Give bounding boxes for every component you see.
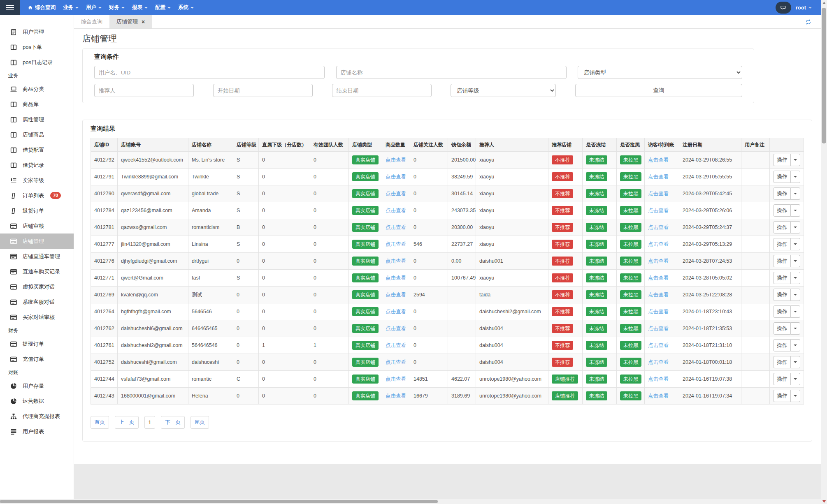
sidebar-item-agent-recharge-report[interactable]: 代理商充提报表	[0, 409, 74, 424]
page-button-last[interactable]: 尾页	[190, 416, 209, 429]
action-dropdown-toggle[interactable]	[791, 339, 800, 351]
action-dropdown-toggle[interactable]	[791, 390, 800, 402]
nav-item-finance[interactable]: 财务	[105, 0, 128, 15]
horizontal-scrollbar-thumb[interactable]	[0, 500, 438, 503]
visitor-link[interactable]: 点击查看	[648, 258, 669, 264]
visitor-link[interactable]: 点击查看	[648, 326, 669, 331]
action-dropdown-toggle[interactable]	[791, 187, 800, 200]
goods-count-link[interactable]: 点击查看	[386, 326, 406, 331]
horizontal-scrollbar[interactable]	[0, 499, 821, 504]
action-dropdown-toggle[interactable]	[791, 305, 800, 318]
sidebar-item-shop-goods[interactable]: 店铺商品	[0, 127, 74, 142]
sidebar-item-shop-train-management[interactable]: 店铺直通车管理	[0, 249, 74, 264]
sidebar-item-user-stock[interactable]: 用户存量	[0, 378, 74, 393]
visitor-link[interactable]: 点击查看	[648, 191, 669, 197]
visitor-link[interactable]: 点击查看	[648, 393, 669, 399]
goods-count-link[interactable]: 点击查看	[386, 275, 406, 281]
page-button-prev[interactable]: 上一页	[115, 416, 139, 429]
sidebar-item-pos-log[interactable]: pos日志记录	[0, 55, 74, 70]
goods-count-link[interactable]: 点击查看	[386, 208, 406, 213]
nav-item-system[interactable]: 系统	[174, 0, 197, 15]
vertical-scrollbar-thumb[interactable]	[822, 8, 826, 143]
goods-count-link[interactable]: 点击查看	[386, 359, 406, 365]
visitor-link[interactable]: 点击查看	[648, 309, 669, 314]
shop-type-select[interactable]: 店铺类型	[578, 66, 742, 79]
action-button[interactable]: 操作	[773, 373, 791, 385]
tab-shop-management[interactable]: 店铺管理×	[109, 15, 152, 28]
search-button[interactable]: 查询	[575, 84, 742, 97]
sidebar-item-shop-management[interactable]: 店铺管理	[0, 234, 74, 249]
refresh-button[interactable]	[805, 18, 812, 25]
sidebar-item-seller-level[interactable]: 卖家等级	[0, 173, 74, 188]
action-button[interactable]: 操作	[773, 289, 791, 301]
page-button-page-1[interactable]: 1	[144, 416, 156, 429]
sidebar-item-loan-records[interactable]: 借贷记录	[0, 157, 74, 173]
sidebar-item-system-service-chat[interactable]: 系统客服对话	[0, 294, 74, 310]
action-dropdown-toggle[interactable]	[791, 154, 800, 166]
nav-item-report[interactable]: 报表	[128, 0, 151, 15]
shop-name-field[interactable]	[336, 66, 567, 79]
visitor-link[interactable]: 点击查看	[648, 174, 669, 180]
sidebar-item-order-list[interactable]: 订单列表70	[0, 188, 74, 203]
action-dropdown-toggle[interactable]	[791, 171, 800, 183]
goods-count-link[interactable]: 点击查看	[386, 157, 406, 163]
visitor-link[interactable]: 点击查看	[648, 376, 669, 382]
goods-count-link[interactable]: 点击查看	[386, 241, 406, 247]
visitor-link[interactable]: 点击查看	[648, 359, 669, 365]
vertical-scrollbar[interactable]	[821, 0, 827, 499]
sidebar-item-train-purchase-records[interactable]: 直通车购买记录	[0, 264, 74, 279]
visitor-link[interactable]: 点击查看	[648, 342, 669, 348]
action-button[interactable]: 操作	[773, 221, 791, 234]
end-date-field[interactable]	[332, 84, 432, 97]
nav-item-config[interactable]: 配置	[151, 0, 174, 15]
sidebar-item-withdraw-orders[interactable]: 提现订单	[0, 336, 74, 351]
sidebar-item-user-management[interactable]: 用户管理	[0, 24, 74, 39]
visitor-link[interactable]: 点击查看	[648, 208, 669, 213]
goods-count-link[interactable]: 点击查看	[386, 224, 406, 230]
sidebar-item-shop-review[interactable]: 店铺审核	[0, 218, 74, 234]
action-button[interactable]: 操作	[773, 187, 791, 200]
scroll-down-arrow-icon[interactable]	[822, 500, 826, 503]
close-icon[interactable]: ×	[142, 19, 145, 25]
tab-overview-query[interactable]: 综合查询	[74, 15, 109, 28]
action-button[interactable]: 操作	[773, 272, 791, 284]
sidebar-item-attribute-management[interactable]: 属性管理	[0, 112, 74, 127]
hamburger-menu-icon[interactable]	[0, 0, 20, 15]
action-button[interactable]: 操作	[773, 171, 791, 183]
goods-count-link[interactable]: 点击查看	[386, 191, 406, 197]
action-button[interactable]: 操作	[773, 390, 791, 402]
action-dropdown-toggle[interactable]	[791, 238, 800, 250]
goods-count-link[interactable]: 点击查看	[386, 342, 406, 348]
goods-count-link[interactable]: 点击查看	[386, 393, 406, 399]
sidebar-item-buyer-chat-review[interactable]: 买家对话审核	[0, 310, 74, 325]
nav-item-overview-query[interactable]: 综合查询	[24, 0, 59, 15]
action-button[interactable]: 操作	[773, 238, 791, 250]
action-button[interactable]: 操作	[773, 204, 791, 217]
action-dropdown-toggle[interactable]	[791, 255, 800, 267]
goods-count-link[interactable]: 点击查看	[386, 376, 406, 382]
sidebar-item-goods-category[interactable]: 商品分类	[0, 81, 74, 97]
nav-item-user[interactable]: 用户	[82, 0, 105, 15]
action-dropdown-toggle[interactable]	[791, 272, 800, 284]
page-button-first[interactable]: 首页	[91, 416, 109, 429]
sidebar-item-user-report[interactable]: 用户报表	[0, 424, 74, 439]
action-dropdown-toggle[interactable]	[791, 204, 800, 217]
scroll-up-arrow-icon[interactable]	[822, 2, 826, 4]
sidebar-item-goods-library[interactable]: 商品库	[0, 97, 74, 112]
username-uid-field[interactable]	[94, 66, 325, 79]
visitor-link[interactable]: 点击查看	[648, 224, 669, 230]
action-dropdown-toggle[interactable]	[791, 322, 800, 335]
action-button[interactable]: 操作	[773, 339, 791, 351]
goods-count-link[interactable]: 点击查看	[386, 174, 406, 180]
action-dropdown-toggle[interactable]	[791, 373, 800, 385]
sidebar-item-virtual-buyer-chat[interactable]: 虚拟买家对话	[0, 279, 74, 294]
action-button[interactable]: 操作	[773, 305, 791, 318]
action-dropdown-toggle[interactable]	[791, 356, 800, 368]
shop-level-select[interactable]: 店铺等级	[451, 84, 556, 97]
sidebar-item-recharge-orders[interactable]: 充值订单	[0, 351, 74, 367]
action-button[interactable]: 操作	[773, 356, 791, 368]
referrer-field[interactable]	[94, 84, 194, 97]
visitor-link[interactable]: 点击查看	[648, 292, 669, 298]
page-button-next[interactable]: 下一页	[161, 416, 185, 429]
goods-count-link[interactable]: 点击查看	[386, 258, 406, 264]
